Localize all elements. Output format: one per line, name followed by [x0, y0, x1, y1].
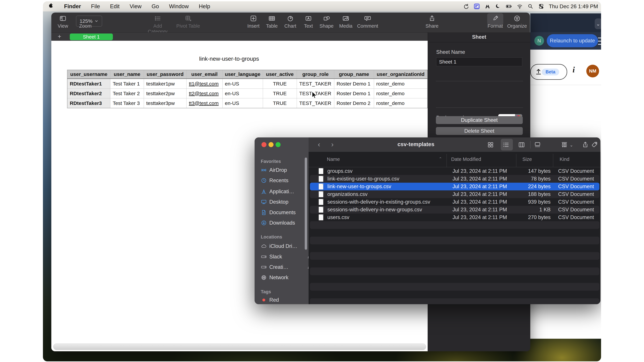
media-button[interactable]: Media	[333, 14, 358, 29]
table-cell[interactable]: en-US	[222, 79, 263, 89]
browser-site-avatar[interactable]: N	[534, 36, 544, 45]
tag-icon[interactable]	[590, 140, 600, 150]
upload-beta-button[interactable]: Beta	[530, 64, 567, 80]
sidebar-item-red[interactable]: Red	[254, 296, 308, 304]
info-icon[interactable]: i	[572, 65, 579, 77]
column-header[interactable]: user_active	[263, 70, 297, 79]
menu-item-edit[interactable]: Edit	[105, 3, 124, 9]
minimize-button[interactable]	[268, 142, 274, 147]
sync-icon[interactable]	[462, 2, 470, 11]
share-icon[interactable]	[580, 140, 590, 150]
table-cell[interactable]: RDtestTaker3	[67, 98, 110, 108]
table-cell[interactable]: en-US	[222, 89, 263, 98]
tab-sheet-1[interactable]: Sheet 1	[70, 33, 113, 40]
table-cell[interactable]: tt2@test.com	[186, 89, 222, 98]
sidebar-item-desktop[interactable]: Desktop	[254, 198, 308, 206]
sidebar-item-slack[interactable]: Slack	[254, 252, 308, 261]
column-view-icon[interactable]	[516, 140, 526, 150]
table-cell[interactable]: testtaker1pw	[144, 79, 186, 89]
table-cell[interactable]: roster_demo	[374, 98, 428, 108]
column-header[interactable]: user_name	[110, 70, 144, 79]
grid-view-icon[interactable]	[486, 140, 496, 150]
file-row[interactable]: link-existing-user-to-groups.csvJul 23, …	[310, 175, 600, 183]
table-cell[interactable]: Roster Demo 1	[334, 89, 374, 98]
column-header[interactable]: group_role	[297, 70, 334, 79]
column-separator[interactable]	[553, 154, 553, 167]
comment-button[interactable]: Comment	[355, 14, 380, 29]
file-row[interactable]: sessions-with-delivery-in-new-groups.csv…	[310, 206, 600, 214]
table-cell[interactable]: Roster Demo 2	[334, 98, 374, 108]
table-cell[interactable]: Roster Demo 1	[334, 79, 374, 89]
eject-icon[interactable]	[300, 265, 306, 270]
sidebar-item-creati[interactable]: Creati…	[254, 263, 308, 272]
table-cell[interactable]: TEST_TAKER	[297, 79, 334, 89]
list-view-icon[interactable]	[501, 140, 511, 150]
column-header[interactable]: user_email	[186, 70, 222, 79]
search-icon[interactable]	[526, 2, 535, 11]
gallery-view-icon[interactable]	[532, 140, 542, 150]
sidebar-item-recents[interactable]: Recents	[254, 176, 308, 185]
menu-item-window[interactable]: Window	[164, 3, 194, 9]
table-cell[interactable]: RDtestTaker2	[67, 89, 110, 98]
sidebar-item-iclouddri[interactable]: iCloud Dri…	[254, 242, 308, 251]
battery-icon[interactable]	[505, 2, 513, 11]
organize-button[interactable]: Organize	[504, 14, 530, 29]
table-cell[interactable]: roster_demo	[374, 79, 428, 89]
table-cell[interactable]: Test Taker 3	[110, 98, 144, 108]
profile-avatar[interactable]: NM	[586, 65, 599, 77]
mountain-icon[interactable]	[483, 2, 492, 11]
sidebar-item-downloads[interactable]: Downloads	[254, 219, 308, 227]
menu-item-go[interactable]: Go	[146, 3, 164, 9]
table-cell[interactable]: Test Taker 2	[110, 89, 144, 98]
apple-menu-icon[interactable]	[43, 2, 59, 10]
data-table[interactable]: user_usernameuser_nameuser_passworduser_…	[67, 70, 428, 108]
sort-ascending-icon[interactable]: ⌃	[439, 157, 442, 161]
file-row[interactable]: users.csvJul 23, 2024 at 2:11 PM270 byte…	[310, 214, 600, 221]
sidebar-item-documents[interactable]: Documents	[254, 208, 308, 217]
browser-tab[interactable]: ⌄	[595, 18, 601, 29]
format-button[interactable]: Format	[483, 14, 508, 29]
control-center-icon[interactable]	[537, 2, 546, 11]
close-button[interactable]	[262, 142, 266, 147]
sidebar-scrollbar[interactable]	[305, 158, 307, 250]
browser-menu-icon[interactable]	[598, 36, 601, 45]
column-header-kind[interactable]: Kind	[560, 157, 569, 162]
add-category-button[interactable]: Add Category	[145, 14, 170, 34]
menu-item-help[interactable]: Help	[194, 3, 215, 9]
moon-icon[interactable]	[494, 2, 502, 11]
sidebar-item-applicati[interactable]: Applicati…	[254, 187, 308, 196]
share-button[interactable]: Share	[420, 14, 444, 29]
table-cell[interactable]: en-US	[222, 98, 263, 108]
column-header[interactable]: user_username	[67, 70, 110, 79]
forward-button[interactable]: ›	[331, 140, 334, 148]
menu-app-name[interactable]: Finder	[59, 3, 86, 9]
zoom-button[interactable]: Zoom	[73, 14, 98, 29]
add-sheet-button[interactable]: +	[58, 33, 61, 40]
column-separator[interactable]	[446, 154, 447, 167]
delete-sheet-button[interactable]: Delete Sheet	[436, 127, 523, 135]
table-cell[interactable]: testtaker3pw	[144, 98, 186, 108]
file-row[interactable]: link-new-user-to-groups.csvJul 23, 2024 …	[310, 183, 600, 190]
table-cell[interactable]: roster_demo	[374, 89, 428, 98]
file-row[interactable]: organizations.csvJul 23, 2024 at 2:11 PM…	[310, 190, 600, 198]
eject-icon[interactable]	[300, 254, 306, 259]
screen-sharing-icon[interactable]	[472, 2, 481, 11]
table-cell[interactable]: RDtestTaker1	[67, 79, 110, 89]
zoom-button[interactable]	[276, 142, 280, 147]
column-header[interactable]: group_name	[334, 70, 374, 79]
column-header[interactable]: user_language	[222, 70, 263, 79]
table-cell[interactable]: TRUE	[263, 79, 297, 89]
sidebar-item-airdrop[interactable]: AirDrop	[254, 166, 308, 174]
group-by-icon[interactable]	[559, 140, 569, 150]
table-cell[interactable]: testtaker2pw	[144, 89, 186, 98]
file-row[interactable]: groups.csvJul 23, 2024 at 2:11 PM147 byt…	[310, 167, 600, 175]
view-button[interactable]: View	[50, 14, 76, 29]
column-separator[interactable]	[516, 154, 516, 167]
horizontal-scrollbar[interactable]	[53, 344, 426, 350]
file-row[interactable]: sessions-with-delivery-in-existing-group…	[310, 198, 600, 206]
duplicate-sheet-button[interactable]: Duplicate Sheet	[436, 116, 523, 124]
relaunch-to-update-button[interactable]: Relaunch to update	[547, 34, 598, 47]
table-cell[interactable]: tt1@test.com	[186, 79, 222, 89]
table-cell[interactable]: TEST_TAKER	[297, 98, 334, 108]
column-header-size[interactable]: Size	[522, 157, 532, 162]
